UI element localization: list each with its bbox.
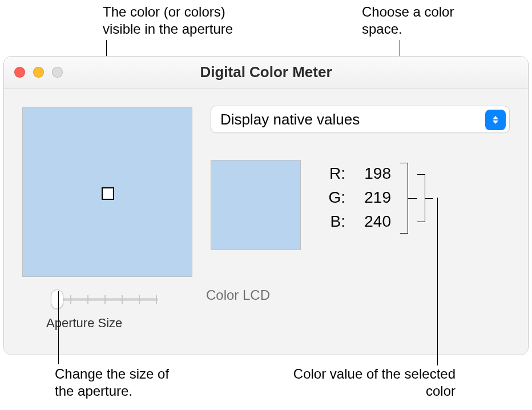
display-name: Color LCD bbox=[206, 287, 270, 303]
rgb-g-value: 219 bbox=[345, 186, 391, 210]
aperture-size-label: Aperture Size bbox=[46, 316, 164, 331]
popup-stepper-icon bbox=[485, 110, 506, 130]
aperture-size-control: Aperture Size bbox=[46, 291, 164, 331]
rgb-r-label: R: bbox=[319, 162, 345, 186]
color-space-value: Display native values bbox=[220, 111, 360, 128]
rgb-r-value: 198 bbox=[345, 162, 391, 186]
window-title: Digital Color Meter bbox=[4, 63, 528, 81]
selected-color-swatch bbox=[211, 160, 301, 250]
aperture-preview bbox=[22, 107, 192, 277]
aperture-marker bbox=[102, 187, 114, 200]
callout-aperture-size: Change the size of the aperture. bbox=[55, 365, 192, 400]
leader-color-value bbox=[437, 198, 438, 365]
callout-color-value: Color value of the selected color bbox=[284, 365, 456, 400]
titlebar: Digital Color Meter bbox=[4, 57, 528, 89]
close-icon[interactable] bbox=[14, 67, 25, 78]
callout-aperture-color: The color (or colors) visible in the ape… bbox=[103, 3, 251, 38]
window-body: Aperture Size Display native values R: 1… bbox=[4, 89, 528, 355]
slider-knob[interactable] bbox=[51, 290, 63, 309]
rgb-readout: R: 198 G: 219 B: 240 bbox=[319, 162, 391, 234]
rgb-b-value: 240 bbox=[345, 210, 391, 234]
leader-aperture-size bbox=[58, 291, 59, 364]
minimize-icon[interactable] bbox=[33, 67, 44, 78]
callout-colorspace: Choose a color space. bbox=[362, 3, 476, 38]
app-window: Digital Color Meter Aperture Size bbox=[3, 56, 529, 355]
aperture-size-slider[interactable] bbox=[46, 291, 164, 308]
color-space-popup[interactable]: Display native values bbox=[211, 106, 510, 133]
rgb-b-label: B: bbox=[319, 210, 345, 234]
rgb-brackets bbox=[400, 162, 433, 235]
window-controls bbox=[14, 57, 63, 88]
zoom-icon[interactable] bbox=[52, 67, 63, 78]
rgb-g-label: G: bbox=[319, 186, 345, 210]
